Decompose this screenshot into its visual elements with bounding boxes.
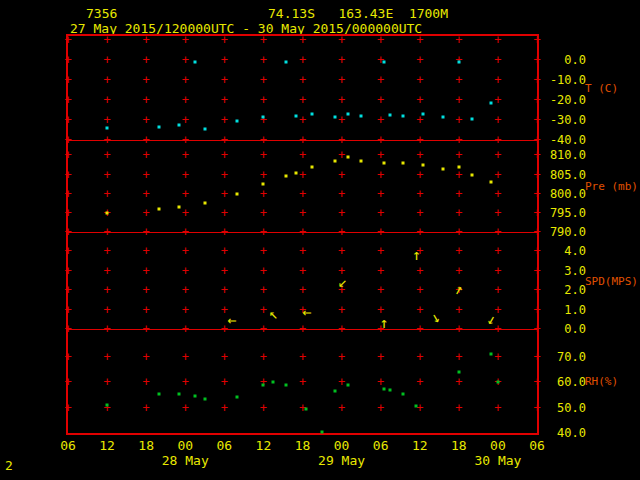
grid-tick: + [221,169,228,181]
temperature-point [285,61,288,64]
grid-tick: + [143,284,150,296]
y-tick-label: 40.0 [540,426,586,440]
grid-tick: + [221,74,228,86]
grid-tick: + [533,34,540,46]
relative_humidity-point [321,430,324,433]
x-tick-label: 06 [373,438,389,453]
grid-tick: + [455,114,462,126]
temperature-point [334,116,337,119]
grid-tick: + [299,114,306,126]
grid-tick: + [377,169,384,181]
grid-tick: + [338,245,345,257]
grid-tick: + [494,54,501,66]
y-tick-label: 50.0 [540,401,586,415]
y-tick-label: -20.0 [540,93,586,107]
pressure-point [262,183,265,186]
relative_humidity-point [415,405,418,408]
pressure-point [294,171,297,174]
grid-tick: + [221,304,228,316]
grid-tick: + [494,188,501,200]
grid-tick: + [260,54,267,66]
relative_humidity-point [402,392,405,395]
relative_humidity-point [236,396,239,399]
grid-tick: + [494,169,501,181]
grid-tick: + [64,114,71,126]
grid-tick: + [103,74,110,86]
grid-tick: + [377,265,384,277]
grid-tick: + [338,149,345,161]
grid-tick: + [455,376,462,388]
grid-tick: + [338,376,345,388]
grid-tick: + [103,54,110,66]
grid-tick: + [299,54,306,66]
grid-tick: + [494,245,501,257]
relative_humidity-point [272,381,275,384]
temperature-point [311,113,314,116]
page-number: 2 [5,458,13,473]
grid-tick: + [338,34,345,46]
grid-tick: + [143,169,150,181]
relative_humidity-point [496,381,499,384]
x-tick-label: 12 [412,438,428,453]
relative_humidity-point [490,353,493,356]
y-tick-label: 810.0 [540,148,586,162]
grid-tick: + [299,94,306,106]
meteogram-screen: 7356 74.13S 163.43E 1700M 27 May 2015/12… [0,0,640,480]
grid-tick: + [182,304,189,316]
grid-tick: + [494,284,501,296]
grid-tick: + [455,402,462,414]
relative_humidity-point [285,383,288,386]
grid-tick: + [143,402,150,414]
grid-tick: + [103,34,110,46]
grid-tick: + [455,351,462,363]
grid-tick: + [377,149,384,161]
x-tick-label: 12 [99,438,115,453]
y-tick-label: 1.0 [540,303,586,317]
y-tick-label: -30.0 [540,113,586,127]
x-tick-label: 06 [60,438,76,453]
wind-arrow: ↑ [333,276,350,293]
unit-label: SPD(MPS) [585,275,638,288]
y-tick-label: 795.0 [540,206,586,220]
grid-tick: + [182,94,189,106]
wind-arrow: ↑ [451,281,466,299]
grid-tick: + [221,207,228,219]
grid-tick: + [221,376,228,388]
grid-tick: + [260,284,267,296]
grid-tick: + [182,149,189,161]
grid-tick: + [103,188,110,200]
pressure-point [311,165,314,168]
grid-tick: + [416,207,423,219]
temperature-point [457,61,460,64]
x-tick-label: 00 [177,438,193,453]
wind-arrow: ↑ [265,307,282,324]
grid-tick: + [416,265,423,277]
grid-tick: + [143,74,150,86]
grid-tick: + [377,34,384,46]
grid-tick: + [299,74,306,86]
x-tick-label: 18 [138,438,154,453]
grid-tick: + [299,265,306,277]
pressure-point [422,163,425,166]
y-tick-label: 3.0 [540,264,586,278]
panel-divider [68,329,537,330]
x-tick-label: 12 [256,438,272,453]
pressure-point [360,160,363,163]
grid-tick: + [338,54,345,66]
temperature-point [294,115,297,118]
grid-tick: + [103,169,110,181]
y-tick-label: 2.0 [540,283,586,297]
grid-tick: + [221,94,228,106]
grid-tick: + [260,169,267,181]
grid-tick: + [494,149,501,161]
grid-tick: + [64,74,71,86]
grid-tick: + [377,94,384,106]
grid-tick: + [103,149,110,161]
grid-tick: + [64,402,71,414]
grid-tick: + [103,376,110,388]
grid-tick: + [377,207,384,219]
grid-tick: + [455,149,462,161]
grid-tick: + [260,74,267,86]
pressure-point [177,206,180,209]
grid-tick: + [455,188,462,200]
